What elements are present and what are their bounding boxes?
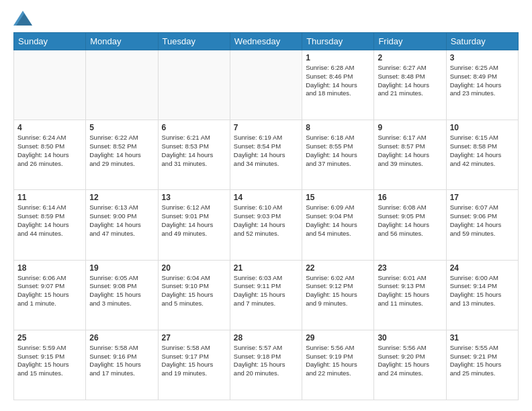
day-number: 21 bbox=[234, 263, 298, 273]
calendar-cell: 3Sunrise: 6:25 AM Sunset: 8:49 PM Daylig… bbox=[446, 50, 518, 120]
day-number: 24 bbox=[450, 263, 515, 273]
calendar-cell: 31Sunrise: 5:55 AM Sunset: 9:21 PM Dayli… bbox=[446, 330, 518, 400]
day-number: 7 bbox=[234, 123, 298, 132]
calendar-table: SundayMondayTuesdayWednesdayThursdayFrid… bbox=[13, 32, 519, 400]
calendar-cell bbox=[14, 50, 86, 120]
day-info: Sunrise: 6:10 AM Sunset: 9:03 PM Dayligh… bbox=[234, 203, 298, 238]
logo bbox=[13, 11, 35, 26]
calendar-cell: 13Sunrise: 6:12 AM Sunset: 9:01 PM Dayli… bbox=[158, 190, 230, 260]
calendar-cell: 15Sunrise: 6:09 AM Sunset: 9:04 PM Dayli… bbox=[302, 190, 374, 260]
day-info: Sunrise: 6:08 AM Sunset: 9:05 PM Dayligh… bbox=[378, 203, 442, 238]
day-info: Sunrise: 6:06 AM Sunset: 9:07 PM Dayligh… bbox=[17, 274, 82, 308]
col-header-friday: Friday bbox=[374, 33, 446, 50]
calendar-week-3: 11Sunrise: 6:14 AM Sunset: 8:59 PM Dayli… bbox=[14, 190, 519, 260]
day-info: Sunrise: 6:24 AM Sunset: 8:50 PM Dayligh… bbox=[17, 134, 82, 168]
day-number: 15 bbox=[306, 193, 370, 202]
calendar-cell: 6Sunrise: 6:21 AM Sunset: 8:53 PM Daylig… bbox=[158, 120, 230, 190]
day-number: 10 bbox=[450, 123, 515, 132]
day-info: Sunrise: 5:58 AM Sunset: 9:16 PM Dayligh… bbox=[89, 344, 154, 378]
day-info: Sunrise: 5:56 AM Sunset: 9:20 PM Dayligh… bbox=[378, 344, 442, 378]
calendar-week-4: 18Sunrise: 6:06 AM Sunset: 9:07 PM Dayli… bbox=[14, 260, 519, 330]
day-number: 31 bbox=[450, 333, 515, 342]
day-number: 22 bbox=[306, 263, 370, 273]
day-number: 8 bbox=[306, 123, 370, 132]
day-number: 27 bbox=[162, 333, 226, 342]
day-number: 9 bbox=[378, 123, 442, 132]
day-info: Sunrise: 6:12 AM Sunset: 9:01 PM Dayligh… bbox=[162, 203, 226, 238]
calendar-week-1: 1Sunrise: 6:28 AM Sunset: 8:46 PM Daylig… bbox=[14, 50, 519, 120]
calendar-cell bbox=[86, 50, 158, 120]
day-number: 28 bbox=[234, 333, 298, 342]
calendar-cell: 19Sunrise: 6:05 AM Sunset: 9:08 PM Dayli… bbox=[86, 260, 158, 330]
day-info: Sunrise: 5:58 AM Sunset: 9:17 PM Dayligh… bbox=[162, 344, 226, 378]
calendar-cell: 29Sunrise: 5:56 AM Sunset: 9:19 PM Dayli… bbox=[302, 330, 374, 400]
calendar-cell: 28Sunrise: 5:57 AM Sunset: 9:18 PM Dayli… bbox=[230, 330, 302, 400]
day-info: Sunrise: 6:09 AM Sunset: 9:04 PM Dayligh… bbox=[306, 203, 370, 238]
day-info: Sunrise: 5:56 AM Sunset: 9:19 PM Dayligh… bbox=[306, 344, 370, 378]
day-info: Sunrise: 6:07 AM Sunset: 9:06 PM Dayligh… bbox=[450, 203, 515, 238]
day-number: 13 bbox=[162, 193, 226, 202]
day-number: 3 bbox=[450, 53, 515, 62]
day-info: Sunrise: 5:57 AM Sunset: 9:18 PM Dayligh… bbox=[234, 344, 298, 378]
calendar-week-5: 25Sunrise: 5:59 AM Sunset: 9:15 PM Dayli… bbox=[14, 330, 519, 400]
calendar-cell: 18Sunrise: 6:06 AM Sunset: 9:07 PM Dayli… bbox=[14, 260, 86, 330]
day-number: 5 bbox=[89, 123, 154, 132]
day-info: Sunrise: 6:25 AM Sunset: 8:49 PM Dayligh… bbox=[450, 64, 515, 98]
day-info: Sunrise: 5:59 AM Sunset: 9:15 PM Dayligh… bbox=[17, 344, 82, 378]
col-header-wednesday: Wednesday bbox=[230, 33, 302, 50]
day-number: 16 bbox=[378, 193, 442, 202]
day-info: Sunrise: 6:28 AM Sunset: 8:46 PM Dayligh… bbox=[306, 64, 370, 98]
day-info: Sunrise: 6:02 AM Sunset: 9:12 PM Dayligh… bbox=[306, 274, 370, 308]
day-info: Sunrise: 6:22 AM Sunset: 8:52 PM Dayligh… bbox=[89, 134, 154, 168]
day-info: Sunrise: 6:21 AM Sunset: 8:53 PM Dayligh… bbox=[162, 134, 226, 168]
calendar-cell: 11Sunrise: 6:14 AM Sunset: 8:59 PM Dayli… bbox=[14, 190, 86, 260]
col-header-thursday: Thursday bbox=[302, 33, 374, 50]
col-header-monday: Monday bbox=[86, 33, 158, 50]
day-info: Sunrise: 6:19 AM Sunset: 8:54 PM Dayligh… bbox=[234, 134, 298, 168]
day-number: 25 bbox=[17, 333, 82, 342]
calendar-cell: 12Sunrise: 6:13 AM Sunset: 9:00 PM Dayli… bbox=[86, 190, 158, 260]
day-info: Sunrise: 6:17 AM Sunset: 8:57 PM Dayligh… bbox=[378, 134, 442, 168]
calendar-cell: 22Sunrise: 6:02 AM Sunset: 9:12 PM Dayli… bbox=[302, 260, 374, 330]
day-number: 18 bbox=[17, 263, 82, 273]
day-info: Sunrise: 6:01 AM Sunset: 9:13 PM Dayligh… bbox=[378, 274, 442, 308]
calendar-cell: 1Sunrise: 6:28 AM Sunset: 8:46 PM Daylig… bbox=[302, 50, 374, 120]
day-number: 11 bbox=[17, 193, 82, 202]
day-number: 1 bbox=[306, 53, 370, 62]
calendar-cell: 7Sunrise: 6:19 AM Sunset: 8:54 PM Daylig… bbox=[230, 120, 302, 190]
col-header-sunday: Sunday bbox=[14, 33, 86, 50]
calendar-cell: 2Sunrise: 6:27 AM Sunset: 8:48 PM Daylig… bbox=[374, 50, 446, 120]
day-number: 29 bbox=[306, 333, 370, 342]
day-info: Sunrise: 6:05 AM Sunset: 9:08 PM Dayligh… bbox=[89, 274, 154, 308]
day-number: 14 bbox=[234, 193, 298, 202]
calendar-cell bbox=[158, 50, 230, 120]
header bbox=[13, 11, 519, 26]
calendar-cell: 21Sunrise: 6:03 AM Sunset: 9:11 PM Dayli… bbox=[230, 260, 302, 330]
calendar-cell: 10Sunrise: 6:15 AM Sunset: 8:58 PM Dayli… bbox=[446, 120, 518, 190]
calendar-cell: 5Sunrise: 6:22 AM Sunset: 8:52 PM Daylig… bbox=[86, 120, 158, 190]
calendar-cell: 25Sunrise: 5:59 AM Sunset: 9:15 PM Dayli… bbox=[14, 330, 86, 400]
calendar-cell: 14Sunrise: 6:10 AM Sunset: 9:03 PM Dayli… bbox=[230, 190, 302, 260]
col-header-saturday: Saturday bbox=[446, 33, 518, 50]
day-number: 19 bbox=[89, 263, 154, 273]
day-info: Sunrise: 6:14 AM Sunset: 8:59 PM Dayligh… bbox=[17, 203, 82, 238]
day-number: 2 bbox=[378, 53, 442, 62]
calendar-cell: 4Sunrise: 6:24 AM Sunset: 8:50 PM Daylig… bbox=[14, 120, 86, 190]
page: SundayMondayTuesdayWednesdayThursdayFrid… bbox=[0, 0, 532, 411]
day-info: Sunrise: 6:27 AM Sunset: 8:48 PM Dayligh… bbox=[378, 64, 442, 98]
col-header-tuesday: Tuesday bbox=[158, 33, 230, 50]
day-number: 30 bbox=[378, 333, 442, 342]
day-number: 12 bbox=[89, 193, 154, 202]
day-info: Sunrise: 6:15 AM Sunset: 8:58 PM Dayligh… bbox=[450, 134, 515, 168]
calendar-cell: 8Sunrise: 6:18 AM Sunset: 8:55 PM Daylig… bbox=[302, 120, 374, 190]
day-info: Sunrise: 6:04 AM Sunset: 9:10 PM Dayligh… bbox=[162, 274, 226, 308]
calendar-cell: 27Sunrise: 5:58 AM Sunset: 9:17 PM Dayli… bbox=[158, 330, 230, 400]
day-number: 26 bbox=[89, 333, 154, 342]
calendar-cell: 23Sunrise: 6:01 AM Sunset: 9:13 PM Dayli… bbox=[374, 260, 446, 330]
calendar-cell: 16Sunrise: 6:08 AM Sunset: 9:05 PM Dayli… bbox=[374, 190, 446, 260]
logo-icon bbox=[13, 11, 32, 26]
calendar-cell bbox=[230, 50, 302, 120]
calendar-header-row: SundayMondayTuesdayWednesdayThursdayFrid… bbox=[14, 33, 519, 50]
calendar-cell: 17Sunrise: 6:07 AM Sunset: 9:06 PM Dayli… bbox=[446, 190, 518, 260]
day-info: Sunrise: 6:00 AM Sunset: 9:14 PM Dayligh… bbox=[450, 274, 515, 308]
